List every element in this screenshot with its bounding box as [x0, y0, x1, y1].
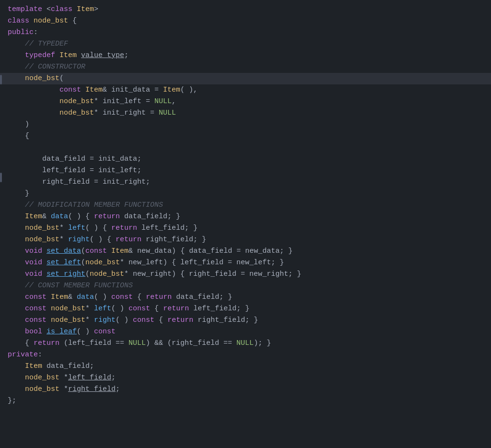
comment-constructor: // CONSTRUCTOR	[25, 61, 85, 72]
code-line-26: const Item& data( ) const { return data_…	[0, 292, 491, 303]
keyword-public: public	[8, 27, 34, 38]
code-line-13	[0, 142, 491, 153]
code-line-4: // TYPEDEF	[0, 38, 491, 50]
code-line-20: node_bst* left( ) { return left_field; }	[0, 223, 491, 234]
code-line-21: node_bst* right( ) { return right_field;…	[0, 234, 491, 246]
code-line-27: const node_bst* left( ) const { return l…	[0, 303, 491, 315]
code-line-31: private:	[0, 349, 491, 361]
code-line-7: node_bst(	[0, 73, 491, 84]
comment-typedef: // TYPEDEF	[25, 38, 68, 49]
keyword-class: class	[8, 15, 29, 26]
code-line-33: node_bst *left_field;	[0, 372, 491, 384]
code-line-6: // CONSTRUCTOR	[0, 61, 491, 73]
code-line-22: void set_data(const Item& new_data) { da…	[0, 246, 491, 257]
code-line-12: {	[0, 130, 491, 142]
code-line-9: node_bst* init_left = NULL,	[0, 96, 491, 107]
code-line-14: data_field = init_data;	[0, 153, 491, 165]
code-line-8: const Item& init_data = Item( ),	[0, 84, 491, 96]
code-line-35: };	[0, 395, 491, 407]
code-line-3: public:	[0, 27, 491, 38]
code-line-29: bool is_leaf( ) const	[0, 326, 491, 338]
code-line-18: // MODIFICATION MEMBER FUNCTIONS	[0, 200, 491, 211]
scrollbar-indicator-1	[0, 75, 2, 84]
code-line-28: const node_bst* right( ) const { return …	[0, 315, 491, 326]
code-line-16: right_field = init_right;	[0, 177, 491, 188]
code-line-24: void set_right(node_bst* new_right) { ri…	[0, 269, 491, 280]
code-line-23: void set_left(node_bst* new_left) { left…	[0, 257, 491, 269]
comment-const-member: // CONST MEMBER FUNCTIONS	[25, 280, 133, 291]
code-editor: template <class Item> class node_bst { p…	[0, 0, 491, 448]
scrollbar-indicator-2	[0, 173, 2, 182]
code-line-15: left_field = init_left;	[0, 165, 491, 177]
code-line-17: }	[0, 188, 491, 200]
keyword-private: private	[8, 349, 38, 360]
code-line-5: typedef Item value_type;	[0, 50, 491, 61]
code-line-10: node_bst* init_right = NULL	[0, 107, 491, 119]
comment-modification: // MODIFICATION MEMBER FUNCTIONS	[25, 200, 163, 211]
code-line-32: Item data_field;	[0, 361, 491, 372]
code-line-30: { return (left_field == NULL) && (right_…	[0, 338, 491, 349]
code-line-25: // CONST MEMBER FUNCTIONS	[0, 280, 491, 292]
code-line-2: class node_bst {	[0, 15, 491, 27]
code-line-1: template <class Item>	[0, 4, 491, 15]
code-line-11: )	[0, 119, 491, 130]
code-line-19: Item& data( ) { return data_field; }	[0, 211, 491, 223]
keyword-template: template	[8, 4, 42, 15]
code-line-34: node_bst *right_field;	[0, 384, 491, 395]
